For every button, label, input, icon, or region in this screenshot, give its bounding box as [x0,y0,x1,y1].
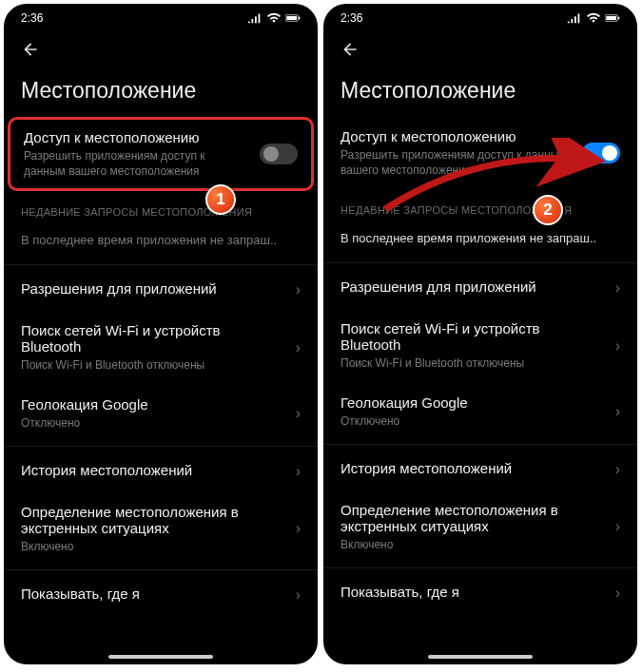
show-where-title: Показывать, где я [21,586,284,602]
chevron-right-icon: › [296,281,301,298]
history-title: История местоположений [340,460,604,476]
emergency-row[interactable]: Определение местоположения в экстренных … [323,490,637,564]
show-where-row[interactable]: Показывать, где я › [323,572,637,614]
app-permissions-row[interactable]: Разрешения для приложений › [4,269,318,311]
status-bar: 2:36 [323,4,637,29]
svg-rect-4 [606,16,616,20]
wifi-icon [586,12,601,24]
chevron-right-icon: › [615,518,620,535]
divider [4,446,318,447]
google-location-title: Геолокация Google [340,394,604,411]
page-title: Местоположение [4,68,318,117]
chevron-right-icon: › [615,585,620,602]
signal-icon [247,12,263,24]
arrow-left-icon [21,40,40,59]
scanning-sub: Поиск Wi-Fi и Bluetooth отключены [340,355,604,371]
battery-icon [285,12,301,24]
recent-empty-text: В последнее время приложения не запраш.. [4,223,318,260]
home-indicator[interactable] [428,655,533,659]
scanning-sub: Поиск Wi-Fi и Bluetooth отключены [21,357,284,373]
status-icons [567,12,620,24]
back-button[interactable] [337,36,363,63]
emergency-sub: Включено [340,537,604,552]
recent-section-label: НЕДАВНИЕ ЗАПРОСЫ МЕСТОПОЛОЖЕНИЯ [4,191,318,223]
scanning-title: Поиск сетей Wi-Fi и устройств Bluetooth [21,322,284,355]
show-where-row[interactable]: Показывать, где я › [4,574,318,616]
divider [323,567,637,568]
divider [323,262,637,263]
location-access-row[interactable]: Доступ к местоположению Разрешить прилож… [323,117,637,189]
app-permissions-title: Разрешения для приложений [340,278,604,295]
status-icons [247,12,301,24]
phone-right: 2:36 Местоположение Доступ к местоположе… [323,4,637,664]
chevron-right-icon: › [615,337,620,355]
scanning-row[interactable]: Поиск сетей Wi-Fi и устройств Bluetooth … [323,309,637,382]
location-access-title: Доступ к местоположению [340,128,571,144]
home-indicator[interactable] [108,655,213,659]
scanning-row[interactable]: Поиск сетей Wi-Fi и устройств Bluetooth … [4,311,318,384]
app-permissions-row[interactable]: Разрешения для приложений › [323,267,637,309]
location-access-toggle[interactable] [582,143,620,163]
location-access-toggle[interactable] [260,144,298,164]
step-badge-1: 1 [205,184,236,215]
phone-left: 2:36 Местоположение Доступ к местоположе… [4,4,318,664]
back-button[interactable] [17,36,44,63]
signal-icon [567,12,582,24]
history-row[interactable]: История местоположений › [4,451,318,492]
history-title: История местоположений [21,462,284,478]
battery-icon [605,12,620,24]
recent-section-label: НЕДАВНИЕ ЗАПРОСЫ МЕСТОПОЛОЖЕНИЯ [323,189,637,221]
location-access-sub: Разрешить приложениям доступ к данным ва… [340,147,571,178]
arrow-left-icon [340,40,360,59]
emergency-row[interactable]: Определение местоположения в экстренных … [4,492,318,566]
status-time: 2:36 [340,11,362,25]
history-row[interactable]: История местоположений › [323,449,637,490]
svg-rect-1 [286,16,297,20]
chevron-right-icon: › [296,586,301,604]
google-location-sub: Отключено [21,415,284,431]
divider [4,264,318,265]
google-location-row[interactable]: Геолокация Google Отключено › [323,383,637,440]
google-location-sub: Отключено [340,413,604,429]
svg-rect-5 [618,17,619,20]
emergency-title: Определение местоположения в экстренных … [21,504,284,536]
chevron-right-icon: › [615,461,620,478]
google-location-row[interactable]: Геолокация Google Отключено › [4,385,318,442]
scanning-title: Поиск сетей Wi-Fi и устройств Bluetooth [340,320,604,353]
divider [323,444,637,445]
location-access-row[interactable]: Доступ к местоположению Разрешить прилож… [8,117,314,191]
chevron-right-icon: › [296,339,301,356]
status-bar: 2:36 [4,4,318,29]
status-time: 2:36 [21,11,43,25]
chevron-right-icon: › [615,403,620,420]
divider [4,569,318,570]
step-badge-2: 2 [533,195,563,225]
emergency-title: Определение местоположения в экстренных … [340,502,604,534]
chevron-right-icon: › [296,463,301,480]
location-access-title: Доступ к местоположению [24,129,248,145]
chevron-right-icon: › [615,279,620,297]
show-where-title: Показывать, где я [340,584,604,600]
wifi-icon [266,12,282,24]
svg-rect-2 [299,17,300,20]
chevron-right-icon: › [296,520,301,537]
emergency-sub: Включено [21,539,284,554]
app-permissions-title: Разрешения для приложений [21,280,284,297]
recent-empty-text: В последнее время приложения не запраш.. [323,221,637,259]
page-title: Местоположение [323,68,637,117]
chevron-right-icon: › [296,405,301,422]
location-access-sub: Разрешить приложениям доступ к данным ва… [24,148,248,179]
google-location-title: Геолокация Google [21,396,284,413]
